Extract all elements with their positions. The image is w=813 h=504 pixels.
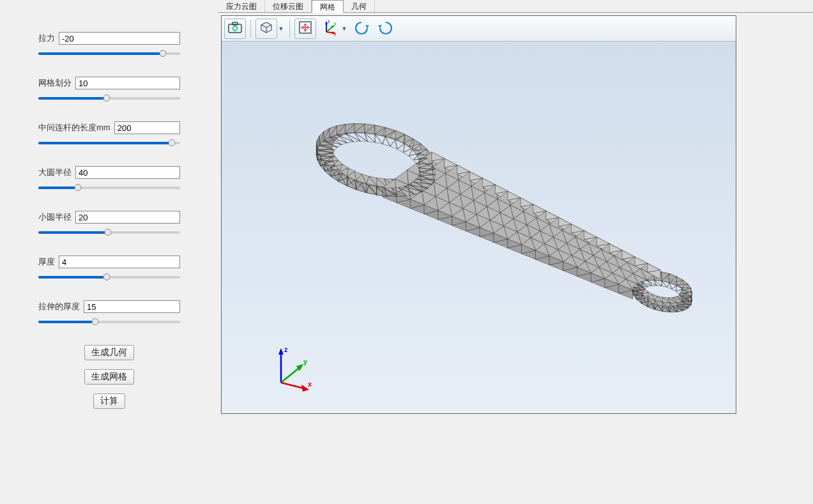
axes-orientation-button[interactable]: z y x	[319, 19, 340, 39]
generate-mesh-button[interactable]: 生成网格	[84, 369, 134, 385]
svg-rect-1	[232, 22, 238, 25]
axes-icon: z y x	[321, 19, 338, 38]
tab-displacement[interactable]: 位移云图	[265, 0, 312, 12]
slider-rod-length[interactable]	[38, 138, 180, 148]
calculate-button[interactable]: 计算	[93, 393, 125, 409]
tab-stress[interactable]: 应力云图	[218, 0, 265, 12]
input-small-radius[interactable]	[75, 211, 180, 224]
rotate-left-button[interactable]	[351, 19, 372, 39]
param-small-radius: 小圆半径	[38, 211, 180, 238]
input-rod-length[interactable]	[114, 121, 180, 134]
label-tension: 拉力	[38, 33, 55, 44]
slider-small-radius[interactable]	[38, 227, 180, 238]
triad-z-label: z	[284, 346, 288, 353]
svg-text:z: z	[328, 19, 330, 24]
parameters-panel: 拉力 网格划分 中间连杆的长度mm	[0, 0, 218, 504]
svg-text:x: x	[334, 32, 337, 36]
cube-icon	[259, 20, 274, 36]
param-extrude: 拉伸的厚度	[38, 300, 180, 327]
label-mesh: 网格划分	[38, 77, 72, 89]
slider-extrude[interactable]	[38, 317, 180, 327]
orientation-triad: z y x	[270, 343, 321, 394]
triad-x-label: x	[308, 380, 312, 388]
camera-icon	[228, 22, 242, 35]
triad-y-label: y	[303, 358, 308, 365]
3d-viewport[interactable]: z y x	[222, 42, 736, 413]
svg-rect-0	[229, 24, 241, 33]
view-tabs: 应力云图 位移云图 网格 几何	[218, 0, 813, 13]
axes-dropdown[interactable]: ▼	[340, 19, 348, 39]
tab-geometry[interactable]: 几何	[344, 0, 375, 12]
slider-thickness[interactable]	[38, 272, 180, 282]
input-tension[interactable]	[59, 32, 180, 45]
screenshot-button[interactable]	[224, 19, 246, 39]
label-extrude: 拉伸的厚度	[38, 301, 80, 312]
viewer-panel: 应力云图 位移云图 网格 几何 ▼	[218, 0, 813, 504]
rotate-left-icon	[353, 20, 370, 37]
view-mode-button[interactable]	[255, 19, 277, 39]
toolbar-separator	[250, 20, 251, 38]
toolbar-separator	[289, 20, 290, 38]
tab-mesh[interactable]: 网格	[312, 0, 344, 13]
input-mesh[interactable]	[75, 77, 180, 89]
param-tension: 拉力	[38, 32, 180, 59]
svg-point-2	[233, 26, 238, 31]
rotate-right-button[interactable]	[375, 19, 397, 39]
fit-view-button[interactable]	[294, 19, 316, 39]
param-mesh: 网格划分	[38, 77, 180, 103]
viewer-area: ▼ z	[221, 15, 736, 414]
label-big-radius: 大圆半径	[38, 167, 72, 178]
generate-geometry-button[interactable]: 生成几何	[84, 345, 134, 360]
input-extrude[interactable]	[84, 300, 180, 313]
label-rod-length: 中间连杆的长度mm	[38, 122, 110, 134]
action-buttons: 生成几何 生成网格 计算	[38, 345, 180, 409]
fit-icon	[298, 20, 312, 36]
view-mode-dropdown[interactable]: ▼	[277, 19, 285, 39]
slider-mesh[interactable]	[38, 93, 180, 103]
slider-big-radius[interactable]	[38, 183, 180, 193]
param-thickness: 厚度	[38, 256, 180, 282]
viewer-toolbar: ▼ z	[222, 16, 736, 42]
param-big-radius: 大圆半径	[38, 166, 180, 193]
rotate-right-icon	[377, 20, 394, 37]
input-thickness[interactable]	[59, 256, 180, 268]
label-small-radius: 小圆半径	[38, 211, 72, 223]
param-rod-length: 中间连杆的长度mm	[38, 121, 180, 148]
svg-text:y: y	[334, 21, 337, 26]
slider-tension[interactable]	[38, 49, 180, 59]
label-thickness: 厚度	[38, 256, 55, 268]
input-big-radius[interactable]	[75, 166, 180, 179]
